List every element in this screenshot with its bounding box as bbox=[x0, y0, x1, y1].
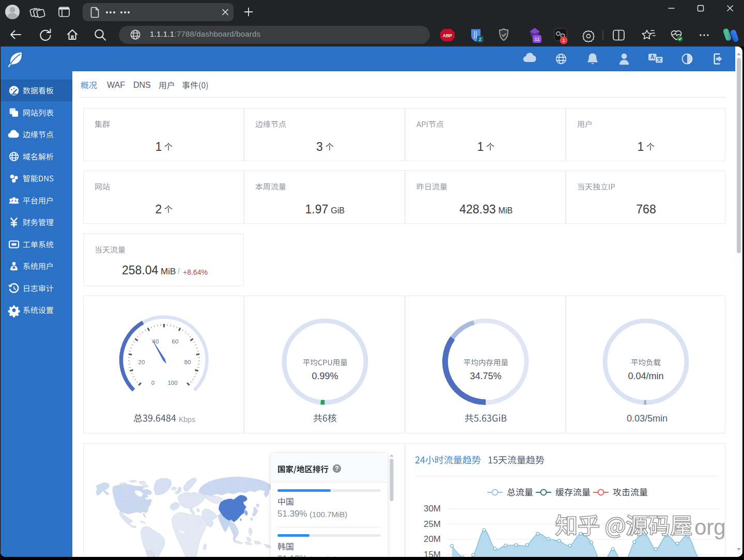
svg-text:100: 100 bbox=[167, 380, 177, 386]
svg-text:80: 80 bbox=[184, 359, 191, 365]
svg-text:A: A bbox=[650, 54, 655, 60]
svg-text:11: 11 bbox=[535, 36, 540, 42]
svg-text:20: 20 bbox=[138, 359, 145, 365]
svg-text:0: 0 bbox=[151, 380, 154, 386]
svg-text:2: 2 bbox=[479, 36, 482, 42]
svg-text:ABP: ABP bbox=[443, 33, 452, 38]
svg-text:60: 60 bbox=[172, 338, 179, 345]
svg-text:?: ? bbox=[335, 465, 338, 472]
svg-text:1: 1 bbox=[562, 38, 565, 43]
